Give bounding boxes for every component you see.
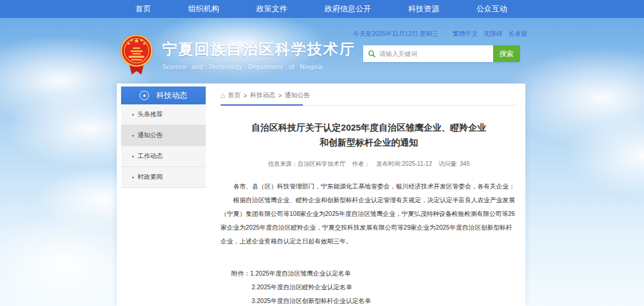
breadcrumb-notices[interactable]: 通知公告	[285, 91, 310, 100]
bullet-icon: •	[132, 153, 134, 160]
sidebar-item-label: 时政要闻	[138, 173, 163, 181]
bullet-icon: •	[132, 132, 134, 139]
home-icon: ⌂	[221, 91, 225, 100]
nav-item-gov-info[interactable]: 政府信息公开	[324, 4, 371, 14]
sidebar-header: ★ 科技动态	[121, 86, 206, 104]
sidebar-item-label: 通知公告	[138, 131, 163, 140]
national-emblem-icon	[119, 33, 154, 76]
nav-item-home[interactable]: 首页	[135, 4, 151, 14]
nav-item-sci-resources[interactable]: 科技资源	[408, 4, 439, 14]
article-meta: 信息来源：自治区科学技术厅 作者： 发布时间:2025-11-12 访问量: 3…	[221, 160, 517, 168]
today-date-text: 今天是2025年11月12日 星期三	[353, 30, 438, 37]
sidebar-item-work-news[interactable]: • 工作动态	[121, 146, 206, 167]
top-navigation: 首页 组织机构 政策文件 政府信息公开 科技资源 公众互动	[0, 0, 644, 18]
article-content: ⌂ 首页 > 科技动态 > 通知公告 自治区科技厅关于认定2025年度自治区雏鹰…	[221, 84, 517, 306]
attachment-link-3[interactable]: 3.2025年度自治区创新型标杆企业认定名单	[252, 294, 371, 306]
attachment-link-1[interactable]: 1.2025年度自治区雏鹰企业认定名单	[250, 267, 351, 280]
meta-visit-count: 访问量: 345	[438, 160, 469, 168]
meta-author: 作者：	[352, 160, 370, 168]
breadcrumb-separator: >	[243, 92, 247, 99]
nav-item-policy[interactable]: 政策文件	[256, 4, 287, 14]
article-title-line1: 自治区科技厅关于认定2025年度自治区雏鹰企业、瞪羚企业	[221, 120, 517, 135]
attachment-link-2[interactable]: 2.2025年度自治区瞪羚企业认定名单	[252, 280, 352, 294]
meta-publish-time: 发布时间:2025-11-12	[376, 160, 432, 168]
link-accessibility[interactable]: 无障碍	[484, 30, 503, 37]
article-body: 各市、县（区）科技管理部门，宁东能源化工基地管委会，银川经济技术开发区管委会，各…	[221, 180, 517, 248]
star-circle-icon: ★	[140, 91, 149, 100]
nav-item-organization[interactable]: 组织机构	[188, 4, 219, 14]
sidebar-item-headlines[interactable]: • 头条推荐	[121, 104, 206, 125]
sidebar-item-label: 头条推荐	[138, 110, 163, 119]
meta-source: 信息来源：自治区科学技术厅	[268, 160, 345, 168]
attachments: 附件： 1.2025年度自治区雏鹰企业认定名单 2.2025年度自治区瞪羚企业认…	[221, 267, 517, 306]
article-paragraph: 各市、县（区）科技管理部门，宁东能源化工基地管委会，银川经济技术开发区管委会，各…	[221, 180, 517, 193]
main-panel: ★ 科技动态 • 头条推荐 • 通知公告 • 工作动态 • 时政要闻 ⌂	[117, 84, 525, 306]
breadcrumb: ⌂ 首页 > 科技动态 > 通知公告	[221, 84, 517, 106]
site-logo-block[interactable]: 宁夏回族自治区科学技术厅 Science and Technology Depa…	[119, 33, 355, 76]
breadcrumb-sci-news[interactable]: 科技动态	[250, 91, 275, 100]
article-title-line2: 和创新型标杆企业的通知	[221, 135, 517, 150]
attachments-label: 附件：	[231, 267, 250, 280]
bullet-icon: •	[132, 111, 134, 118]
search-icon	[368, 50, 376, 58]
sidebar: ★ 科技动态 • 头条推荐 • 通知公告 • 工作动态 • 时政要闻	[121, 86, 206, 188]
link-traditional-chinese[interactable]: 繁體中文	[453, 30, 478, 37]
breadcrumb-home[interactable]: 首页	[228, 91, 240, 100]
bullet-icon: •	[132, 174, 134, 181]
sidebar-item-label: 工作动态	[138, 152, 163, 160]
breadcrumb-active-underline	[221, 104, 303, 106]
site-title: 宁夏回族自治区科学技术厅	[162, 39, 355, 59]
sidebar-item-notices[interactable]: • 通知公告	[121, 125, 206, 146]
sidebar-item-current-politics[interactable]: • 时政要闻	[121, 167, 206, 188]
sidebar-title: 科技动态	[156, 90, 187, 101]
site-subtitle: Science and Technology Department of Nin…	[162, 63, 355, 70]
search-button[interactable]: 搜索	[493, 45, 520, 62]
search-bar: 搜索	[363, 45, 520, 62]
search-input[interactable]	[380, 50, 488, 57]
article-title: 自治区科技厅关于认定2025年度自治区雏鹰企业、瞪羚企业 和创新型标杆企业的通知	[221, 120, 517, 150]
site-header: 宁夏回族自治区科学技术厅 Science and Technology Depa…	[0, 18, 644, 84]
link-elder-version[interactable]: 长者版	[509, 30, 528, 37]
cloud-decoration	[566, 113, 644, 197]
breadcrumb-separator: >	[278, 92, 281, 99]
article-paragraph: 根据自治区雏鹰企业、瞪羚企业和创新型标杆企业认定管理有关规定，决定认定半亩良人农…	[221, 193, 517, 248]
nav-item-public-interaction[interactable]: 公众互动	[476, 4, 507, 14]
